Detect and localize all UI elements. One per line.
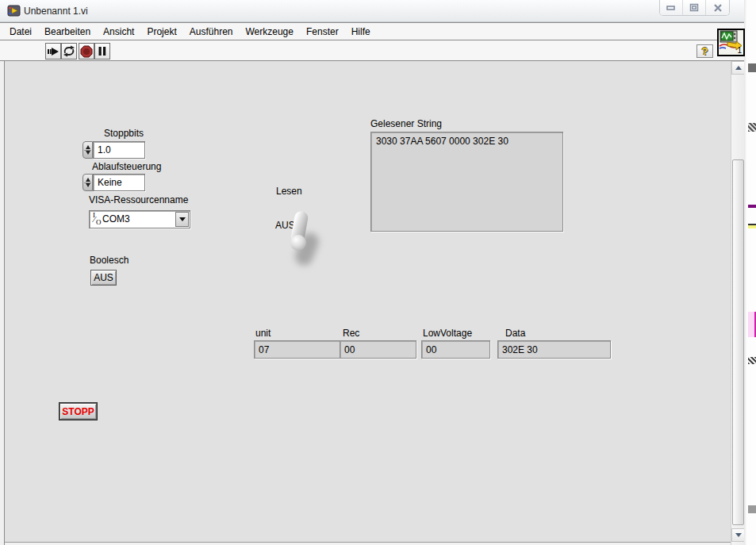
- minimize-icon: [666, 4, 676, 11]
- vertical-scrollbar[interactable]: [731, 61, 744, 545]
- stoppbits-label: Stoppbits: [104, 128, 144, 139]
- desktop-artifact: [748, 224, 756, 228]
- stoppbits-field[interactable]: 1.0: [93, 141, 145, 159]
- scroll-up-button[interactable]: [731, 61, 745, 75]
- menu-ausfuehren[interactable]: Ausführen: [183, 24, 240, 40]
- lowvoltage-indicator[interactable]: 00: [421, 340, 490, 359]
- restore-icon: [689, 3, 699, 12]
- data-label: Data: [505, 328, 525, 339]
- rec-indicator[interactable]: 00: [340, 340, 416, 359]
- scrollbar-thumb[interactable]: [732, 159, 744, 525]
- menu-fenster[interactable]: Fenster: [300, 24, 345, 40]
- increment-icon[interactable]: [86, 145, 90, 149]
- menu-werkzeuge[interactable]: Werkzeuge: [239, 24, 299, 40]
- close-button[interactable]: [706, 0, 729, 15]
- run-button[interactable]: [45, 43, 61, 59]
- menu-datei[interactable]: Datei: [3, 24, 38, 40]
- lesen-label: Lesen: [276, 186, 302, 197]
- menu-projekt[interactable]: Projekt: [140, 24, 182, 40]
- window-title: Unbenannt 1.vi: [24, 6, 88, 17]
- labview-vi-icon: [7, 4, 21, 17]
- ablaufsteuerung-spinner[interactable]: [83, 174, 93, 191]
- menu-ansicht[interactable]: Ansicht: [97, 24, 140, 40]
- titlebar[interactable]: Unbenannt 1.vi: [0, 0, 746, 22]
- restore-button[interactable]: [683, 0, 706, 15]
- context-help-button[interactable]: ?: [697, 44, 713, 58]
- desktop-artifact: [748, 205, 756, 208]
- background-window-sliver: [746, 0, 756, 545]
- unit-label: unit: [255, 328, 271, 339]
- chevron-up-icon: [735, 66, 742, 70]
- abort-button[interactable]: [79, 43, 94, 59]
- visa-dropdown-button[interactable]: [175, 212, 189, 227]
- decrement-icon[interactable]: [86, 151, 90, 155]
- increment-icon[interactable]: [86, 178, 90, 182]
- boolesch-label: Boolesch: [90, 255, 129, 266]
- menu-bearbeiten[interactable]: Bearbeiten: [38, 24, 97, 40]
- ablaufsteuerung-label: Ablaufsteuerung: [92, 161, 161, 172]
- boolesch-button[interactable]: AUS: [90, 270, 117, 286]
- stopp-button[interactable]: STOPP: [59, 403, 97, 420]
- visa-label: VISA-Ressourcenname: [89, 194, 188, 205]
- chevron-down-icon: [179, 217, 186, 221]
- visa-combo[interactable]: I⁄O COM3: [89, 210, 190, 228]
- io-icon: I⁄O: [91, 212, 102, 227]
- vi-icon-number: 1: [737, 46, 742, 55]
- minimize-button[interactable]: [660, 0, 683, 15]
- lowvoltage-label: LowVoltage: [423, 328, 472, 339]
- chevron-down-icon: [735, 533, 742, 537]
- close-icon: [713, 4, 723, 12]
- labview-window: Unbenannt 1.vi Datei Bearbeiten Ansicht …: [0, 0, 746, 545]
- toggle-knob[interactable]: [290, 235, 306, 251]
- desktop-artifact: [748, 505, 756, 513]
- data-indicator[interactable]: 302E 30: [497, 340, 611, 359]
- decrement-icon[interactable]: [86, 183, 90, 187]
- unit-indicator[interactable]: 07: [254, 340, 341, 359]
- menu-bar: Datei Bearbeiten Ansicht Projekt Ausführ…: [0, 22, 746, 40]
- gelesener-string-label: Gelesener String: [370, 118, 442, 129]
- desktop-artifact: [748, 123, 756, 132]
- pause-button[interactable]: [94, 43, 110, 59]
- run-arrow-icon: [47, 46, 59, 57]
- pause-icon: [98, 46, 107, 56]
- desktop-artifact: [748, 357, 756, 364]
- window-controls: [659, 0, 730, 16]
- visa-value: COM3: [102, 213, 130, 225]
- toolbar: ?: [0, 40, 746, 61]
- scroll-down-button[interactable]: [731, 528, 745, 542]
- rec-label: Rec: [343, 328, 359, 339]
- stoppbits-spinner[interactable]: [83, 141, 93, 159]
- desktop-artifact: [748, 312, 756, 337]
- run-continuous-button[interactable]: [61, 43, 77, 59]
- continuous-run-icon: [63, 45, 75, 57]
- menu-hilfe[interactable]: Hilfe: [345, 24, 377, 40]
- ablaufsteuerung-field[interactable]: Keine: [93, 174, 145, 191]
- desktop-artifact: [748, 63, 756, 72]
- abort-stop-icon: [80, 45, 93, 58]
- vi-icon-pane[interactable]: 1: [717, 29, 745, 56]
- gelesener-string-indicator[interactable]: 3030 37AA 5607 0000 302E 30: [370, 132, 563, 232]
